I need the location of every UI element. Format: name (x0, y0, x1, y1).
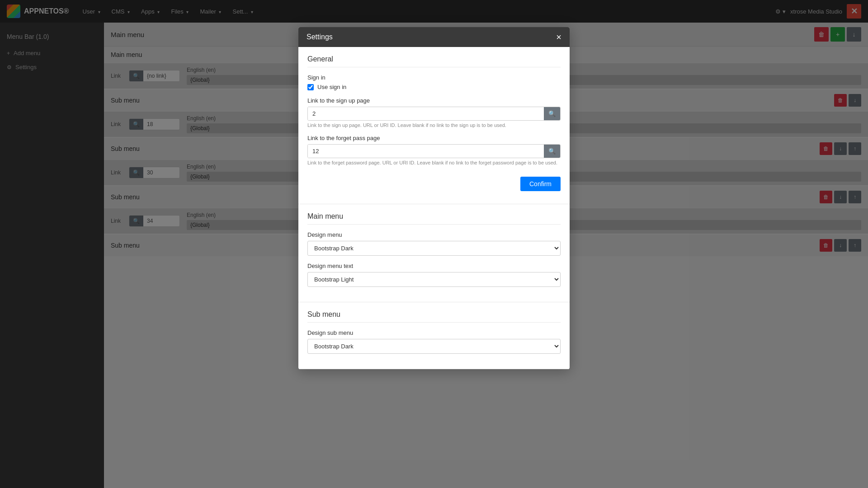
main-menu-section-title: Main menu (307, 212, 561, 225)
design-menu-text-select[interactable]: Bootstrap Light Bootstrap Dark Bootstrap… (307, 272, 561, 287)
forget-pass-label: Link to the forget pass page (307, 135, 561, 141)
forget-pass-input[interactable] (308, 145, 544, 158)
design-sub-menu-label: Design sub menu (307, 329, 561, 336)
confirm-row: Confirm (307, 172, 561, 196)
sign-up-input-group: 🔍 (307, 107, 561, 121)
modal-section-general: General Sign in Use sign in Link to the … (298, 47, 570, 204)
use-sign-in-checkbox[interactable] (307, 84, 314, 90)
settings-modal: Settings × General Sign in Use sign in L… (298, 27, 570, 369)
modal-close-button[interactable]: × (556, 33, 561, 42)
modal-section-sub-menu: Sub menu Design sub menu Bootstrap Dark … (298, 302, 570, 369)
sign-in-group: Sign in Use sign in (307, 74, 561, 90)
design-menu-select[interactable]: Bootstrap Dark Bootstrap Light Bootstrap… (307, 241, 561, 256)
sign-up-hint: Link to the sign up page. URL or URI ID.… (307, 122, 561, 128)
sign-up-link-input[interactable] (308, 107, 544, 120)
modal-header: Settings × (298, 27, 570, 47)
modal-title: Settings (307, 33, 333, 41)
modal-body: General Sign in Use sign in Link to the … (298, 47, 570, 369)
use-sign-in-checkbox-label[interactable]: Use sign in (307, 84, 561, 90)
confirm-button[interactable]: Confirm (520, 177, 561, 191)
forget-pass-hint: Link to the forget password page. URL or… (307, 160, 561, 165)
forget-pass-link-group: Link to the forget pass page 🔍 Link to t… (307, 135, 561, 165)
sign-up-link-label: Link to the sign up page (307, 97, 561, 104)
design-sub-menu-select[interactable]: Bootstrap Dark Bootstrap Light Bootstrap… (307, 339, 561, 354)
sign-up-search-button[interactable]: 🔍 (544, 107, 560, 120)
forget-pass-input-group: 🔍 (307, 144, 561, 158)
design-menu-label: Design menu (307, 231, 561, 238)
design-menu-text-group: Design menu text Bootstrap Light Bootstr… (307, 263, 561, 287)
forget-pass-search-button[interactable]: 🔍 (544, 145, 560, 158)
modal-overlay: Settings × General Sign in Use sign in L… (0, 0, 868, 488)
design-menu-group: Design menu Bootstrap Dark Bootstrap Lig… (307, 231, 561, 256)
use-sign-in-text: Use sign in (317, 84, 346, 90)
modal-section-main-menu: Main menu Design menu Bootstrap Dark Boo… (298, 204, 570, 302)
general-section-title: General (307, 55, 561, 67)
design-sub-menu-group: Design sub menu Bootstrap Dark Bootstrap… (307, 329, 561, 354)
sign-up-link-group: Link to the sign up page 🔍 Link to the s… (307, 97, 561, 128)
sub-menu-section-title: Sub menu (307, 310, 561, 323)
sign-in-label: Sign in (307, 74, 561, 81)
design-menu-text-label: Design menu text (307, 263, 561, 269)
